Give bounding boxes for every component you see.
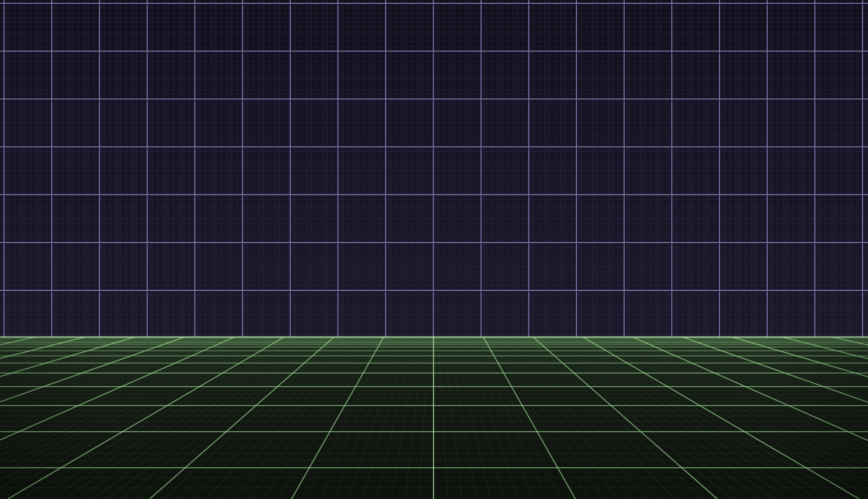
scene-graphic bbox=[0, 0, 868, 499]
vignette-overlay bbox=[0, 337, 868, 499]
synthwave-room-background bbox=[0, 0, 868, 499]
wall-grid bbox=[0, 0, 868, 338]
